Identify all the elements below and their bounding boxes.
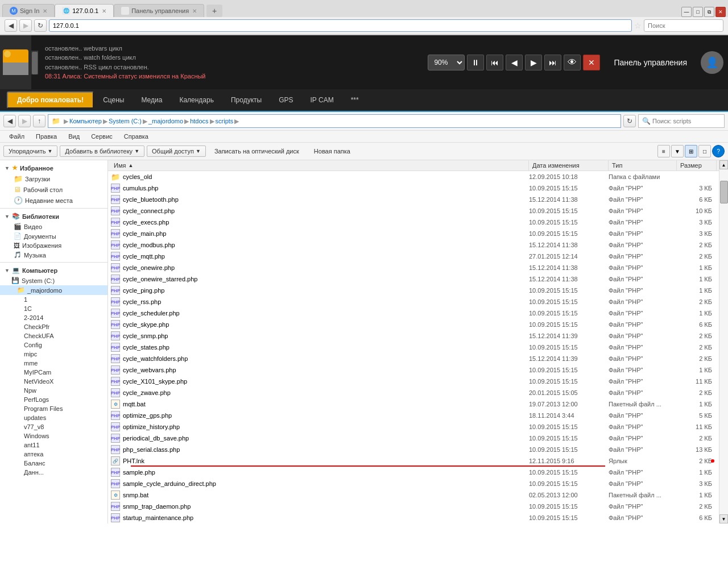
welcome-button[interactable]: Добро пожаловать!: [7, 92, 94, 109]
table-row[interactable]: PHP cycle_states.php 10.09.2015 15:15 Фа…: [108, 342, 719, 353]
maximize-button[interactable]: □: [693, 7, 703, 17]
sidebar-item-perflogs[interactable]: PerfLogs: [0, 395, 107, 404]
nav-media[interactable]: Медиа: [133, 92, 170, 109]
scroll-up-button[interactable]: ▲: [719, 160, 728, 169]
breadcrumb-computer[interactable]: Компьютер: [69, 118, 102, 124]
table-row[interactable]: PHP cycle_bluetooth.php 15.12.2014 11:38…: [108, 194, 719, 205]
sidebar-item-recent[interactable]: 🕐 Недавние места: [0, 195, 107, 206]
table-row[interactable]: PHP cycle_watchfolders.php 15.12.2014 11…: [108, 353, 719, 364]
file-list-scrollbar[interactable]: ▲ ▼: [719, 160, 728, 523]
new-tab-button[interactable]: +: [206, 5, 222, 17]
nav-gps[interactable]: GPS: [271, 92, 301, 109]
close-button[interactable]: ✕: [715, 7, 726, 17]
table-row[interactable]: ⚙ mqtt.bat 19.07.2013 12:00 Пакетный фай…: [108, 398, 719, 410]
table-row[interactable]: PHP cycle_onewire.php 15.12.2014 11:38 Ф…: [108, 262, 719, 273]
refresh-button[interactable]: ↻: [34, 19, 47, 32]
explorer-forward-button[interactable]: ▶: [18, 115, 31, 127]
scroll-thumb[interactable]: [720, 181, 728, 203]
scroll-down-button[interactable]: ▼: [719, 514, 728, 523]
burn-button[interactable]: Записать на оптический диск: [208, 146, 305, 157]
tab-panel[interactable]: Панель управления ✕: [114, 4, 204, 17]
share-button[interactable]: Общий доступ ▼: [147, 146, 206, 157]
sidebar-item-checkufa[interactable]: CheckUFA: [0, 331, 107, 340]
add-to-library-button[interactable]: Добавить в библиотеку ▼: [60, 146, 144, 157]
table-row[interactable]: PHP startup_maintenance.php 10.09.2015 1…: [108, 512, 719, 523]
zoom-select[interactable]: 90% 100% 80%: [428, 55, 465, 70]
sidebar-item-desktop[interactable]: 🖥 Рабочий стол: [0, 184, 107, 195]
sidebar-item-dann[interactable]: Данн...: [0, 468, 107, 477]
sidebar-item-windows[interactable]: Windows: [0, 431, 107, 440]
close-webapp-button[interactable]: ✕: [583, 55, 600, 70]
nav-ipcam[interactable]: IP CAM: [303, 92, 342, 109]
table-row[interactable]: PHP cycle_modbus.php 15.12.2014 11:38 Фа…: [108, 239, 719, 251]
sidebar-item-1[interactable]: 1: [0, 295, 107, 304]
next-button[interactable]: ⏭: [544, 55, 561, 70]
pause-button[interactable]: ⏸: [467, 55, 484, 70]
table-row[interactable]: PHP cycle_connect.php 10.09.2015 15:15 Ф…: [108, 205, 719, 217]
table-row[interactable]: PHP periodical_db_save.php 10.09.2015 15…: [108, 433, 719, 444]
table-row[interactable]: PHP optimize_history.php 10.09.2015 15:1…: [108, 421, 719, 433]
menu-edit[interactable]: Правка: [30, 132, 63, 141]
table-row[interactable]: PHP cycle_rss.php 10.09.2015 15:15 Файл …: [108, 296, 719, 307]
table-row[interactable]: PHP cycle_webvars.php 10.09.2015 15:15 Ф…: [108, 364, 719, 376]
table-row[interactable]: PHP cycle_snmp.php 15.12.2014 11:39 Файл…: [108, 330, 719, 342]
sidebar-item-balans[interactable]: Баланс: [0, 459, 107, 468]
table-row[interactable]: PHP sample_cycle_arduino_direct.php 10.0…: [108, 478, 719, 489]
tab-127[interactable]: 🌐 127.0.0.1 ✕: [55, 4, 114, 17]
tab-close-panel[interactable]: ✕: [192, 8, 197, 14]
sidebar-computer-header[interactable]: ▼ 💻 Компьютер: [0, 265, 107, 276]
sidebar-item-ant11[interactable]: ant11: [0, 440, 107, 450]
column-header-date[interactable]: Дата изменения: [529, 160, 609, 171]
breadcrumb-htdocs[interactable]: htdocs: [190, 118, 208, 124]
column-header-type[interactable]: Тип: [609, 160, 677, 171]
explorer-back-button[interactable]: ◀: [3, 115, 16, 127]
nav-more[interactable]: ***: [343, 92, 367, 109]
sidebar-item-npw[interactable]: Npw: [0, 386, 107, 395]
table-row[interactable]: PHP snmp_trap_daemon.php 10.09.2015 15:1…: [108, 501, 719, 512]
table-row[interactable]: PHP cycle_execs.php 10.09.2015 15:15 Фай…: [108, 217, 719, 228]
help-button[interactable]: ?: [712, 145, 725, 157]
table-row[interactable]: PHP optimize_gps.php 18.11.2014 3:44 Фай…: [108, 410, 719, 421]
column-header-name[interactable]: Имя ▲: [110, 160, 529, 171]
menu-view[interactable]: Вид: [63, 132, 85, 141]
sidebar-item-downloads[interactable]: 📁 Загрузки: [0, 173, 107, 184]
view-pane-button[interactable]: □: [698, 145, 711, 157]
bookmark-star-icon[interactable]: ☆: [634, 21, 642, 30]
play-button[interactable]: ▶: [525, 55, 542, 70]
nav-scenes[interactable]: Сцены: [95, 92, 132, 109]
sidebar-item-majordomo[interactable]: 📁 _majordomo: [0, 285, 107, 295]
menu-service[interactable]: Сервис: [85, 132, 118, 141]
breadcrumb-scripts[interactable]: scripts: [216, 118, 234, 124]
sidebar-item-mipc[interactable]: mipc: [0, 350, 107, 359]
table-row[interactable]: PHP cycle_scheduler.php 10.09.2015 15:15…: [108, 307, 719, 319]
back-button[interactable]: ◀: [5, 19, 17, 32]
sidebar-favorites-header[interactable]: ▼ ★ Избранное: [0, 163, 107, 173]
table-row[interactable]: PHP sample.php 10.09.2015 15:15 Файл "PH…: [108, 467, 719, 478]
eye-button[interactable]: 👁: [564, 55, 581, 70]
sidebar-item-system-c[interactable]: 💾 System (C:): [0, 276, 107, 285]
view-list-button[interactable]: ≡: [657, 145, 670, 157]
tab-close-127[interactable]: ✕: [102, 8, 106, 14]
breadcrumb-c[interactable]: System (C:): [109, 118, 142, 124]
prev-button[interactable]: ◀: [506, 55, 523, 70]
sidebar-item-netvideox[interactable]: NetVideoX: [0, 377, 107, 386]
table-row[interactable]: PHP cycle_ping.php 10.09.2015 15:15 Файл…: [108, 285, 719, 296]
table-row[interactable]: ⚙ snmp.bat 02.05.2013 12:00 Пакетный фай…: [108, 489, 719, 501]
minimize-button[interactable]: —: [681, 7, 692, 17]
breadcrumb-majordomo[interactable]: _majordomo: [148, 118, 183, 124]
nav-products[interactable]: Продукты: [223, 92, 270, 109]
sidebar-item-v77v8[interactable]: v77_v8: [0, 422, 107, 431]
new-folder-button[interactable]: Новая папка: [308, 146, 357, 157]
table-row[interactable]: PHP cumulus.php 10.09.2015 15:15 Файл "P…: [108, 182, 719, 194]
sidebar-item-1c[interactable]: 1С: [0, 304, 107, 313]
table-row[interactable]: 🔗 PHT.lnk 12.11.2015 9:16 Ярлык 2 КБ: [108, 455, 719, 467]
sidebar-item-video[interactable]: 🎬 Видео: [0, 222, 107, 231]
forward-button[interactable]: ▶: [19, 19, 32, 32]
sidebar-item-updates[interactable]: updates: [0, 413, 107, 422]
prev-start-button[interactable]: ⏮: [486, 55, 503, 70]
address-input[interactable]: [49, 19, 632, 32]
view-arrow-button[interactable]: ▼: [671, 145, 684, 157]
sidebar-item-program-files[interactable]: Program Files: [0, 404, 107, 413]
table-row[interactable]: PHP cycle_mqtt.php 27.01.2015 12:14 Файл…: [108, 251, 719, 262]
menu-file[interactable]: Файл: [3, 132, 30, 141]
